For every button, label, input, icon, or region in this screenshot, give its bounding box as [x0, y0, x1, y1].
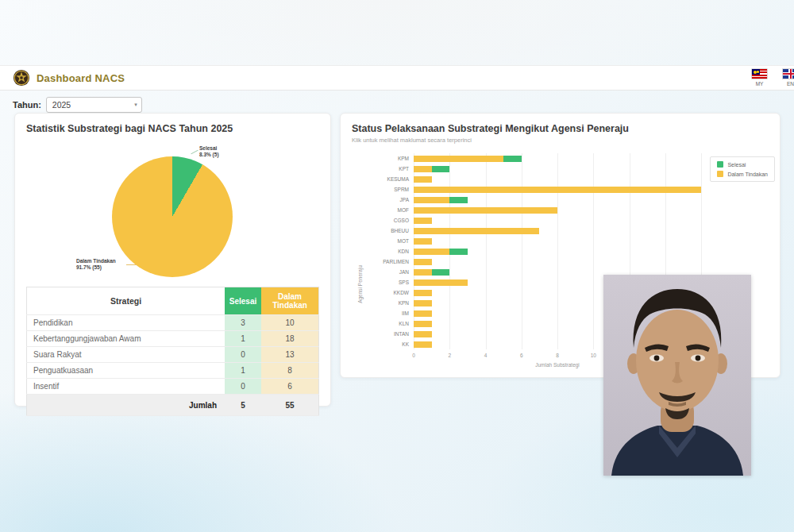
profile-photo — [603, 275, 751, 476]
category-label: KPM — [352, 153, 409, 164]
bar-row[interactable] — [414, 153, 701, 164]
bar-segment-dalam-tindakan — [414, 228, 539, 234]
table-footer-row: Jumlah 5 55 — [27, 395, 319, 416]
dalam-tindakan-value: 10 — [261, 315, 319, 331]
strategy-table-body: Pendidikan310Kebertanggungjawaban Awam11… — [27, 315, 319, 395]
bar-track — [414, 176, 432, 183]
category-label: JAN — [352, 267, 409, 277]
bar-row[interactable] — [414, 226, 701, 236]
year-select[interactable]: 2025 ▾ — [46, 97, 142, 113]
category-label: SPS — [352, 277, 409, 287]
bar-row[interactable] — [414, 215, 701, 226]
bar-segment-dalam-tindakan — [414, 341, 432, 348]
category-label: KLN — [352, 318, 409, 329]
bar-segment-selesai — [432, 166, 450, 172]
bar-segment-dalam-tindakan — [414, 290, 432, 296]
strategy-name: Pendidikan — [27, 315, 225, 331]
bar-row[interactable] — [414, 205, 701, 215]
selesai-value: 0 — [225, 379, 261, 395]
bar-row[interactable] — [414, 236, 701, 246]
legend-label: Selesai — [727, 162, 746, 168]
selesai-value: 1 — [225, 331, 261, 347]
category-label: MOT — [352, 236, 409, 246]
bar-track — [414, 279, 468, 286]
bar-track — [414, 331, 432, 337]
pie-chart[interactable] — [112, 156, 233, 277]
category-label: JPA — [352, 195, 409, 205]
bar-segment-dalam-tindakan — [414, 207, 557, 214]
bar-row[interactable] — [414, 195, 701, 205]
strategy-name: Insentif — [27, 379, 225, 395]
legend-swatch-icon — [717, 171, 723, 177]
column-header-selesai: Selesai — [225, 287, 261, 315]
bar-track — [414, 197, 468, 203]
dalam-tindakan-value: 6 — [261, 379, 319, 395]
gov-emblem-icon — [13, 69, 30, 87]
dalam-tindakan-value: 13 — [261, 347, 319, 363]
bar-segment-dalam-tindakan — [414, 300, 432, 306]
table-row: Penguatkuasaan18 — [27, 363, 319, 379]
strategy-name: Kebertanggungjawaban Awam — [27, 331, 225, 347]
pie-card-title: Statistik Substrategi bagi NACS Tahun 20… — [26, 123, 319, 134]
pie-label-dalam-tindakan: Dalam Tindakan 91.7% (55) — [76, 258, 116, 271]
bar-track — [414, 249, 468, 255]
malaysia-flag-icon — [751, 68, 768, 79]
category-label: SPRM — [352, 184, 409, 195]
language-button-my[interactable]: MY — [751, 68, 768, 87]
column-header-strategi: Strategi — [27, 287, 225, 315]
category-label: BHEUU — [352, 226, 409, 236]
bar-track — [414, 218, 432, 224]
filter-bar: Tahun: 2025 ▾ — [13, 97, 142, 113]
bar-track — [414, 187, 701, 193]
bar-segment-dalam-tindakan — [414, 321, 432, 327]
year-filter-label: Tahun: — [13, 100, 41, 110]
category-label: KPT — [352, 164, 409, 174]
selesai-value: 0 — [225, 347, 261, 363]
pie-label-selesai: Selesai 8.3% (5) — [199, 145, 219, 158]
bar-track — [414, 228, 539, 234]
bar-track — [414, 310, 432, 317]
bar-track — [414, 238, 432, 245]
app-header: Dashboard NACS MY EN — [0, 65, 794, 91]
bar-row[interactable] — [414, 164, 701, 174]
bar-segment-dalam-tindakan — [414, 279, 468, 286]
bar-segment-dalam-tindakan — [414, 249, 449, 255]
table-header-row: Strategi Selesai Dalam Tindakan — [27, 287, 319, 315]
x-tick-label: 8 — [551, 353, 564, 358]
legend-label: Dalam Tindakan — [727, 172, 768, 177]
bar-segment-dalam-tindakan — [414, 238, 432, 245]
pie-card: Statistik Substrategi bagi NACS Tahun 20… — [14, 113, 331, 407]
language-label: MY — [756, 81, 764, 87]
x-tick-label: 10 — [587, 353, 599, 358]
y-axis-category-labels: KPMKPTKESUMASPRMJPAMOFCGSOBHEUUMOTKDNPAR… — [352, 153, 409, 349]
legend-swatch-icon — [717, 161, 723, 168]
bar-card-title: Status Pelaksanaan Substrategi Mengikut … — [352, 123, 769, 134]
year-select-value: 2025 — [52, 100, 71, 110]
language-switcher: MY EN — [751, 68, 788, 87]
column-header-dalam-tindakan: Dalam Tindakan — [261, 287, 319, 315]
category-label: MOF — [352, 205, 409, 215]
pie-leader-line — [191, 150, 198, 155]
language-button-en[interactable]: EN — [782, 68, 794, 87]
bar-row[interactable] — [414, 174, 701, 184]
bar-row[interactable] — [414, 246, 701, 256]
bar-row[interactable] — [414, 256, 701, 267]
legend-item[interactable]: Dalam Tindakan — [717, 171, 768, 177]
legend-item[interactable]: Selesai — [717, 161, 768, 168]
bar-segment-selesai — [449, 249, 468, 255]
category-label: KDN — [352, 246, 409, 256]
pie-leader-line — [126, 264, 137, 265]
category-label: INTAN — [352, 329, 409, 339]
x-tick-label: 2 — [443, 353, 456, 358]
category-label: KK — [352, 339, 409, 349]
bar-track — [414, 156, 522, 162]
table-row: Insentif06 — [27, 379, 319, 395]
bar-segment-dalam-tindakan — [414, 166, 432, 172]
uk-flag-icon — [782, 68, 794, 79]
bar-track — [414, 341, 432, 348]
bar-segment-dalam-tindakan — [414, 259, 432, 265]
app-title: Dashboard NACS — [37, 72, 125, 84]
bar-segment-dalam-tindakan — [414, 156, 503, 162]
category-label: KPN — [352, 298, 409, 308]
bar-row[interactable] — [414, 184, 701, 195]
